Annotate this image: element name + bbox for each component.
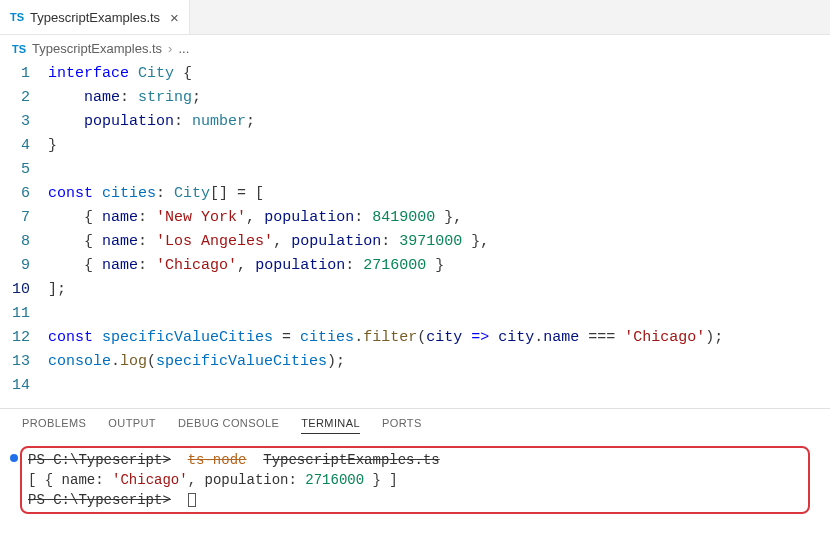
- code-line[interactable]: [48, 302, 830, 326]
- terminal-prompt: PS C:\Typescript>: [28, 452, 171, 468]
- chevron-right-icon: ›: [168, 41, 172, 56]
- code-line[interactable]: }: [48, 134, 830, 158]
- code-line[interactable]: interface City {: [48, 62, 830, 86]
- terminal-line: PS C:\Typescript> ts-node TypescriptExam…: [28, 450, 802, 470]
- line-number: 5: [0, 158, 30, 182]
- terminal-arg: TypescriptExamples.ts: [263, 452, 439, 468]
- terminal-output-highlight: PS C:\Typescript> ts-node TypescriptExam…: [20, 446, 810, 514]
- code-line[interactable]: const specificValueCities = cities.filte…: [48, 326, 830, 350]
- code-line[interactable]: name: string;: [48, 86, 830, 110]
- terminal-prompt: PS C:\Typescript>: [28, 492, 171, 508]
- panel-tab-terminal[interactable]: TERMINAL: [301, 417, 360, 434]
- typescript-icon: TS: [12, 43, 26, 55]
- line-number: 7: [0, 206, 30, 230]
- editor-tab[interactable]: TS TypescriptExamples.ts ×: [0, 0, 190, 34]
- code-line[interactable]: const cities: City[] = [: [48, 182, 830, 206]
- editor-tab-bar: TS TypescriptExamples.ts ×: [0, 0, 830, 35]
- terminal-command: ts-node: [188, 452, 247, 468]
- line-number: 13: [0, 350, 30, 374]
- code-line[interactable]: { name: 'Chicago', population: 2716000 }: [48, 254, 830, 278]
- close-icon[interactable]: ×: [166, 9, 179, 26]
- code-line[interactable]: { name: 'New York', population: 8419000 …: [48, 206, 830, 230]
- line-number: 12: [0, 326, 30, 350]
- terminal-cursor: [188, 493, 196, 507]
- typescript-icon: TS: [10, 11, 24, 23]
- terminal-output-line: [ { name: 'Chicago', population: 2716000…: [28, 470, 802, 490]
- tab-filename: TypescriptExamples.ts: [30, 10, 160, 25]
- code-editor[interactable]: 1234567891011121314 interface City { nam…: [0, 62, 830, 408]
- line-number: 9: [0, 254, 30, 278]
- panel-tab-debug-console[interactable]: DEBUG CONSOLE: [178, 417, 279, 434]
- code-line[interactable]: [48, 158, 830, 182]
- panel-tab-problems[interactable]: PROBLEMS: [22, 417, 86, 434]
- line-number-gutter: 1234567891011121314: [0, 62, 48, 398]
- panel-tab-output[interactable]: OUTPUT: [108, 417, 156, 434]
- code-line[interactable]: population: number;: [48, 110, 830, 134]
- line-number: 3: [0, 110, 30, 134]
- breadcrumb[interactable]: TS TypescriptExamples.ts › ...: [0, 35, 830, 62]
- line-number: 10: [0, 278, 30, 302]
- code-line[interactable]: ];: [48, 278, 830, 302]
- status-dot-icon: [10, 454, 18, 462]
- line-number: 6: [0, 182, 30, 206]
- breadcrumb-more: ...: [178, 41, 189, 56]
- code-line[interactable]: { name: 'Los Angeles', population: 39710…: [48, 230, 830, 254]
- line-number: 4: [0, 134, 30, 158]
- line-number: 11: [0, 302, 30, 326]
- terminal-panel[interactable]: PS C:\Typescript> ts-node TypescriptExam…: [0, 440, 830, 524]
- code-content[interactable]: interface City { name: string; populatio…: [48, 62, 830, 398]
- panel-tab-bar: PROBLEMSOUTPUTDEBUG CONSOLETERMINALPORTS: [0, 408, 830, 440]
- line-number: 14: [0, 374, 30, 398]
- code-line[interactable]: console.log(specificValueCities);: [48, 350, 830, 374]
- breadcrumb-file: TypescriptExamples.ts: [32, 41, 162, 56]
- code-line[interactable]: [48, 374, 830, 398]
- terminal-line: PS C:\Typescript>: [28, 490, 802, 510]
- panel-tab-ports[interactable]: PORTS: [382, 417, 422, 434]
- line-number: 1: [0, 62, 30, 86]
- line-number: 2: [0, 86, 30, 110]
- line-number: 8: [0, 230, 30, 254]
